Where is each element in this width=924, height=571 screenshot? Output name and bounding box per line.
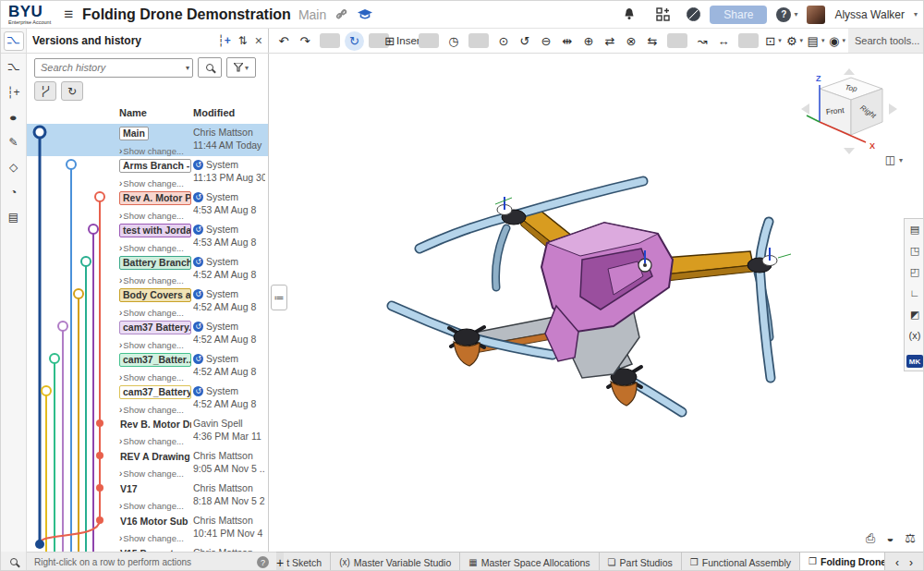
cube-face-front[interactable]: Front — [825, 105, 845, 116]
show-changes-link[interactable]: ›Show change... — [119, 211, 193, 221]
history-row[interactable]: Main ›Show change... Chris Mattson 11:44… — [27, 124, 269, 156]
history-row[interactable]: cam37_Batter... ›Show change... ↺System … — [27, 350, 269, 383]
appearance-tools-icon[interactable]: ◉▾ — [827, 30, 847, 51]
versions-history-icon[interactable]: ⌥ — [5, 59, 23, 76]
branch-view-toggle[interactable]: ⌥ — [34, 81, 56, 101]
show-changes-link[interactable]: ›Show change... — [119, 243, 193, 253]
cylindrical-mate-icon[interactable]: ⇄ — [600, 30, 620, 51]
compare-icon[interactable]: ⇅ — [238, 34, 248, 47]
help-menu[interactable]: ? ▾ — [776, 7, 797, 22]
feedback-icon[interactable] — [687, 7, 700, 21]
tab-master-space-allocations[interactable]: ▦Master Space Allocations — [460, 553, 599, 571]
search-input[interactable] — [34, 58, 193, 78]
drone-model[interactable] — [366, 169, 828, 446]
history-row[interactable]: Rev B. Motor Dr... ›Show change... Gavin… — [27, 415, 269, 447]
redo-icon[interactable]: ↷ — [295, 30, 315, 51]
revolute-mate-icon[interactable]: ↺ — [515, 30, 535, 51]
share-button[interactable]: Share — [710, 6, 767, 24]
history-row[interactable]: Arms Branch - ... ›Show change... ↺Syste… — [27, 156, 269, 188]
link-icon[interactable] — [332, 6, 350, 24]
classroom-icon[interactable] — [356, 6, 374, 24]
show-changes-link[interactable]: ›Show change... — [119, 308, 193, 318]
history-row[interactable]: V15 Premotor ›Show change... Chris Matts… — [27, 544, 269, 552]
restore-toggle[interactable]: ↻ — [61, 81, 83, 101]
separator[interactable] — [320, 33, 340, 48]
show-changes-link[interactable]: ›Show change... — [119, 501, 193, 511]
show-changes-link[interactable]: ›Show change... — [119, 178, 193, 188]
tab-layout-sketch[interactable]: t Sketch — [284, 553, 331, 571]
show-changes-link[interactable]: ›Show change... — [119, 436, 193, 446]
create-version-icon[interactable]: ┆+ — [218, 34, 231, 47]
snap-mode-icon[interactable]: ↝ — [692, 30, 712, 51]
search-tools[interactable]: Search tools... alt/⌥ c — [848, 29, 924, 53]
tab-nav-left-icon[interactable]: ‹ — [895, 556, 899, 569]
assembly-features-icon[interactable]: ⚙▾ — [784, 30, 805, 51]
separator[interactable] — [468, 33, 489, 48]
insert-icon[interactable]: ⊞Insert — [394, 30, 414, 51]
sidebar-search[interactable] — [1, 552, 27, 571]
display-states-icon[interactable]: ◳ — [906, 243, 923, 258]
history-clock-icon[interactable]: ◷ — [444, 30, 464, 51]
chevron-down-icon[interactable]: ▾ — [186, 64, 189, 72]
undo-icon[interactable]: ↶ — [274, 30, 294, 51]
planar-mate-icon[interactable]: ⊕ — [578, 30, 599, 51]
graphics-viewport[interactable]: ≔ Top Front Right Z X — [269, 54, 924, 552]
history-row[interactable]: V16 Motor Sub ... ›Show change... Chris … — [27, 512, 269, 544]
app-store-icon[interactable] — [653, 6, 672, 24]
fastened-mate-icon[interactable]: ⊖ — [536, 30, 556, 51]
structure-panel-icon[interactable]: ▤ — [906, 222, 923, 237]
timer-icon[interactable]: ◔ — [5, 184, 23, 200]
show-changes-link[interactable]: ›Show change... — [119, 533, 193, 543]
mk-app-icon[interactable]: MK — [906, 355, 923, 368]
named-views-icon[interactable]: ▤▾ — [806, 30, 826, 51]
history-row[interactable]: Rev A. Motor P... ›Show change... ↺Syste… — [27, 188, 269, 221]
history-row[interactable]: cam37 Battery... ›Show change... ↺System… — [27, 318, 269, 350]
separator[interactable] — [667, 33, 687, 48]
view-cube[interactable]: Top Front Right Z X — [794, 67, 905, 159]
show-changes-link[interactable]: ›Show change... — [119, 146, 193, 156]
print-3d-icon[interactable]: ⎙ — [866, 531, 875, 546]
mass-properties-icon[interactable]: ⚖ — [905, 531, 916, 546]
history-search[interactable]: ▾ — [34, 58, 193, 78]
appearance-panel-icon[interactable]: ◩ — [906, 307, 923, 322]
assembly-list-toggle[interactable]: ≔ — [271, 285, 287, 310]
mate-connector-icon[interactable]: ⊙ — [493, 30, 514, 51]
versions-panel-toggle[interactable]: ⌥ — [1, 29, 27, 53]
add-tab-button[interactable]: + — [276, 553, 284, 571]
separator[interactable] — [419, 33, 439, 48]
close-icon[interactable]: × — [255, 33, 262, 48]
main-menu-icon[interactable]: ≡ — [64, 6, 73, 24]
notifications-bell-icon[interactable] — [620, 6, 638, 24]
help-icon[interactable]: ? — [257, 556, 269, 568]
create-version-icon[interactable]: ┆+ — [5, 84, 23, 101]
history-row[interactable]: cam37_Battery ›Show change... ↺System 4:… — [27, 383, 269, 415]
sheet-metal-panel-icon[interactable]: ∟ — [906, 286, 923, 300]
search-button[interactable] — [198, 57, 222, 78]
history-row[interactable]: test with Jorda... ›Show change... ↺Syst… — [27, 221, 269, 253]
document-title[interactable]: Folding Drone Demonstration — [82, 6, 291, 23]
history-row[interactable]: Battery Branch ›Show change... ↺System 4… — [27, 253, 269, 286]
show-changes-link[interactable]: ›Show change... — [119, 468, 193, 479]
byu-logo[interactable]: BYU Enterprise Account — [8, 4, 51, 26]
tab-part-studios[interactable]: ❏Part Studios — [600, 553, 682, 571]
show-changes-link[interactable]: ›Show change... — [119, 372, 193, 383]
history-row[interactable]: V17 ›Show change... Chris Mattson 8:18 A… — [27, 480, 269, 512]
parts-panel-icon[interactable]: ◰ — [906, 264, 923, 279]
slider-mate-icon[interactable]: ⇹ — [557, 30, 578, 51]
variables-panel-icon[interactable]: (x) — [906, 328, 923, 343]
user-name[interactable]: Alyssa Walker — [834, 8, 905, 21]
properties-table-icon[interactable]: ▤ — [5, 209, 23, 225]
explode-view-icon[interactable]: ⊡▾ — [763, 30, 784, 51]
rotate-view-icon[interactable]: ↻ — [345, 31, 364, 51]
history-row[interactable]: Body Covers a... ›Show change... ↺System… — [27, 286, 269, 318]
show-changes-link[interactable]: ›Show change... — [119, 275, 193, 286]
show-changes-link[interactable]: ›Show change... — [119, 340, 193, 350]
history-row[interactable]: REV A Drawing ... ›Show change... Chris … — [27, 447, 269, 480]
comments-icon[interactable]: ● — [5, 109, 23, 126]
avatar[interactable] — [807, 6, 825, 24]
filter-button[interactable]: ▾ — [226, 57, 256, 78]
tab-functional-assembly[interactable]: ❐Functional Assembly — [682, 553, 800, 571]
release-notes-icon[interactable]: ✎ — [5, 134, 23, 151]
ball-mate-icon[interactable]: ⊗ — [621, 30, 641, 51]
tab-master-variable-studio[interactable]: (x)Master Variable Studio — [331, 553, 460, 571]
